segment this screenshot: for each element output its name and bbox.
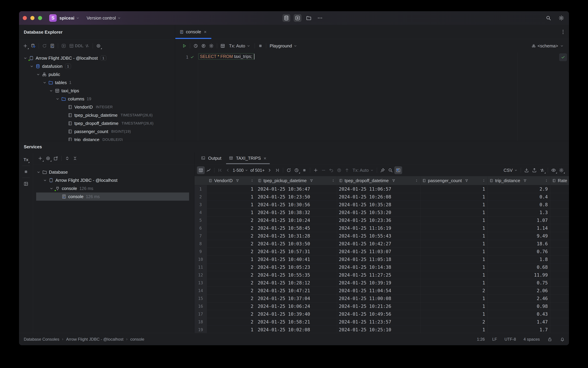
db-tree-item-tpep-dropoff-datetime[interactable]: tpep_dropoff_datetimeTIMESTAMP(26,6) xyxy=(19,119,175,128)
db-tree-item-taxi-trips[interactable]: taxi_trips xyxy=(19,87,175,95)
db-tree-item-datafusion[interactable]: datafusion1 xyxy=(19,62,175,70)
search-everywhere-button[interactable] xyxy=(544,14,552,22)
file-encoding[interactable]: UTF-8 xyxy=(505,337,516,342)
table-cell[interactable]: 0.75 xyxy=(488,279,550,287)
table-cell[interactable]: 2024-01-25 10:37:04 xyxy=(256,294,337,302)
table-cell[interactable]: 2024-01-25 10:03:50 xyxy=(256,240,337,248)
editor-body[interactable]: 1 SELECT * FROM taxi_trips; xyxy=(175,53,569,141)
close-icon[interactable] xyxy=(263,156,267,160)
table-cell[interactable]: 2 xyxy=(207,303,256,310)
table-cell[interactable] xyxy=(550,287,569,294)
table-cell[interactable]: 1 xyxy=(420,263,488,271)
table-cell[interactable]: 2024-01-25 10:14:38 xyxy=(337,263,420,271)
table-row[interactable]: 1422024-01-25 10:47:212024-01-25 11:04:5… xyxy=(195,287,569,294)
table-cell[interactable]: 2024-01-25 10:28:12 xyxy=(256,279,337,287)
chevron-down-icon[interactable] xyxy=(49,186,54,191)
table-row[interactable]: 622024-01-25 10:58:452024-01-25 11:16:19… xyxy=(195,224,569,232)
table-cell[interactable]: 2024-01-25 10:21:26 xyxy=(337,303,420,310)
scope-filter-button[interactable] xyxy=(95,42,102,50)
table-cell[interactable] xyxy=(550,303,569,310)
table-cell[interactable]: 18.6 xyxy=(488,240,550,248)
tx-mode-selector[interactable]: Tx: Auto xyxy=(229,43,250,49)
table-cell[interactable]: 2 xyxy=(207,263,256,271)
table-cell[interactable]: 2 xyxy=(420,287,488,294)
services-tree-item-arrow-flight-jdbc-localhost[interactable]: Arrow Flight JDBC - @localhost xyxy=(33,176,194,184)
table-cell[interactable]: 2024-01-25 10:42:27 xyxy=(337,240,420,248)
table-cell[interactable] xyxy=(550,294,569,302)
tab-console[interactable]: console xyxy=(175,25,211,39)
open-in-new-tab-button[interactable] xyxy=(52,155,60,162)
lock-open-icon[interactable] xyxy=(547,337,552,342)
tx-strip-button[interactable]: Tx xyxy=(22,156,30,164)
breadcrumb-item[interactable]: Database Consoles xyxy=(24,337,59,342)
filter-funnel-icon[interactable] xyxy=(310,179,313,183)
last-page-button[interactable] xyxy=(274,166,281,174)
results-tx-mode-selector[interactable]: Tx: Auto xyxy=(353,168,374,173)
sort-icon[interactable] xyxy=(331,179,335,182)
column-header-tpep_dropoff_datetime[interactable]: tpep_dropoff_datetime xyxy=(337,176,420,185)
db-tree-item-vendorid[interactable]: VendorIDINTEGER xyxy=(19,103,175,111)
chevron-down-icon[interactable] xyxy=(55,97,60,101)
reload-data-button[interactable] xyxy=(285,166,293,174)
table-cell[interactable]: 1 xyxy=(420,224,488,232)
settings-button[interactable] xyxy=(557,14,565,22)
column-header-passenger_count[interactable]: passenger_count xyxy=(420,176,488,185)
table-cell[interactable]: 1 xyxy=(207,326,256,333)
table-row[interactable]: 1522024-01-25 10:37:042024-01-25 11:00:0… xyxy=(195,294,569,303)
indent-style[interactable]: 4 spaces xyxy=(524,337,540,342)
table-cell[interactable]: 2 xyxy=(207,216,256,224)
table-cell[interactable]: 1 xyxy=(420,232,488,240)
grid-settings-button[interactable] xyxy=(557,166,565,174)
table-cell[interactable]: 2024-01-25 10:23:50 xyxy=(256,193,337,201)
filter-funnel-icon[interactable] xyxy=(392,179,395,183)
sort-icon[interactable] xyxy=(545,179,548,182)
table-cell[interactable]: 1.47 xyxy=(488,318,550,326)
more-tools-button[interactable] xyxy=(316,14,324,22)
table-cell[interactable]: 2024-01-25 10:58:21 xyxy=(256,318,337,326)
filter-funnel-icon[interactable] xyxy=(236,179,239,183)
open-table-button[interactable] xyxy=(68,42,75,50)
table-cell[interactable]: 1 xyxy=(207,209,256,216)
open-in-grid-button[interactable] xyxy=(219,42,227,50)
table-cell[interactable]: 2024-01-25 10:38:32 xyxy=(256,209,337,216)
table-cell[interactable] xyxy=(550,185,569,193)
table-row[interactable]: 1912024-01-25 10:02:082024-01-25 10:25:1… xyxy=(195,326,569,333)
table-cell[interactable]: 1 xyxy=(420,216,488,224)
project-files-button[interactable] xyxy=(305,14,313,22)
filter-funnel-icon[interactable] xyxy=(465,179,469,183)
bell-icon[interactable] xyxy=(560,337,565,342)
zoom-window-button[interactable] xyxy=(38,16,42,20)
table-cell[interactable]: 2024-01-25 10:31:28 xyxy=(256,232,337,240)
db-tree-item-tables[interactable]: tables1 xyxy=(19,79,175,87)
table-cell[interactable]: 2024-01-25 10:05:23 xyxy=(256,263,337,271)
find-in-grid-button[interactable] xyxy=(386,166,394,174)
table-cell[interactable]: 11.99 xyxy=(488,271,550,279)
table-cell[interactable] xyxy=(550,201,569,209)
table-cell[interactable]: 1 xyxy=(420,256,488,263)
table-cell[interactable]: 2024-01-25 10:25:10 xyxy=(337,326,420,333)
table-cell[interactable]: 1 xyxy=(207,256,256,263)
minimize-window-button[interactable] xyxy=(30,16,35,20)
table-cell[interactable] xyxy=(550,271,569,279)
generate-ddl-button[interactable]: DDL xyxy=(75,42,83,50)
table-cell[interactable]: 2 xyxy=(207,224,256,232)
table-row[interactable]: 212024-01-25 10:23:502024-01-25 10:26:08… xyxy=(195,193,569,201)
table-cell[interactable]: 1.3 xyxy=(488,209,550,216)
import-data-button[interactable] xyxy=(523,166,530,174)
table-cell[interactable]: 2 xyxy=(207,271,256,279)
playground-selector[interactable]: Playground xyxy=(269,43,297,49)
table-cell[interactable]: 1 xyxy=(420,303,488,310)
column-header-tpep_pickup_datetime[interactable]: tpep_pickup_datetime xyxy=(256,176,337,185)
table-cell[interactable]: 1 xyxy=(207,185,256,193)
table-cell[interactable]: 1 xyxy=(420,310,488,318)
chevron-down-icon[interactable] xyxy=(43,80,47,85)
table-cell[interactable]: 2024-01-25 10:49:56 xyxy=(337,310,420,318)
chevron-down-icon[interactable] xyxy=(36,72,40,77)
table-cell[interactable]: 2024-01-25 10:35:28 xyxy=(337,201,420,209)
table-cell[interactable]: 1 xyxy=(420,240,488,248)
table-cell[interactable]: 2024-01-25 10:53:20 xyxy=(337,209,420,216)
chevron-down-icon[interactable] xyxy=(23,56,27,60)
table-row[interactable]: 822024-01-25 10:03:502024-01-25 10:42:27… xyxy=(195,240,569,248)
table-row[interactable]: 922024-01-25 10:57:312024-01-25 11:03:07… xyxy=(195,248,569,256)
inspections-status-widget[interactable] xyxy=(559,53,567,61)
